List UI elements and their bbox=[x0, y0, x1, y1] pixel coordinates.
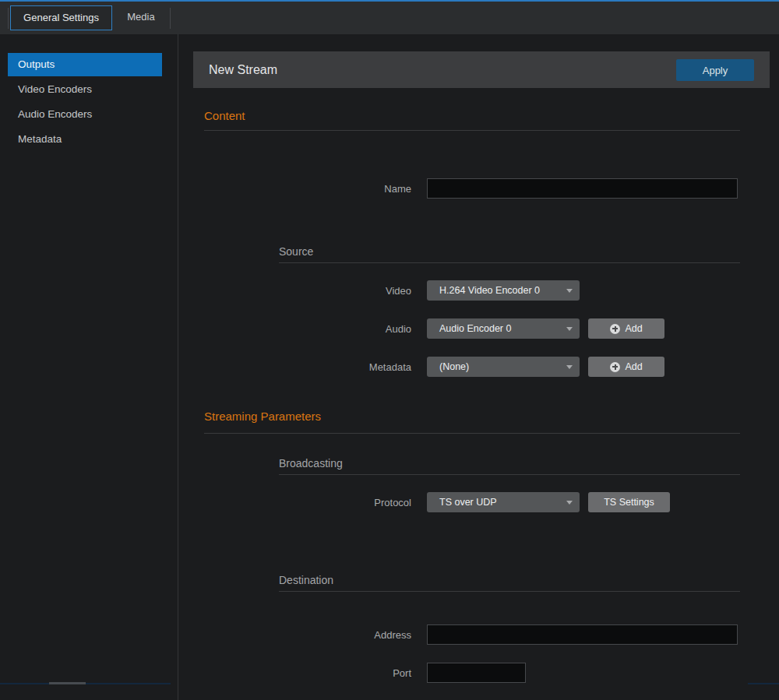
section-divider bbox=[204, 433, 740, 434]
main-tab-bar: General Settings Media bbox=[0, 2, 779, 34]
sidebar-divider bbox=[178, 34, 178, 700]
chevron-down-icon bbox=[566, 327, 573, 331]
add-metadata-button[interactable]: Add bbox=[588, 357, 664, 377]
tab-separator bbox=[8, 8, 9, 29]
protocol-dropdown[interactable]: TS over UDP bbox=[427, 492, 580, 512]
name-label: Name bbox=[310, 183, 411, 195]
section-heading-streaming-parameters: Streaming Parameters bbox=[204, 410, 321, 423]
sidebar-item-audio-encoders[interactable]: Audio Encoders bbox=[8, 102, 162, 127]
chevron-down-icon bbox=[566, 289, 573, 293]
ts-settings-label: TS Settings bbox=[604, 497, 654, 508]
metadata-source-value: (None) bbox=[439, 357, 469, 377]
ts-settings-button[interactable]: TS Settings bbox=[588, 492, 670, 512]
name-input[interactable] bbox=[427, 178, 738, 199]
audio-source-value: Audio Encoder 0 bbox=[439, 318, 511, 339]
subsection-divider bbox=[279, 474, 740, 475]
port-label: Port bbox=[310, 667, 411, 679]
plus-circle-icon bbox=[610, 324, 620, 334]
video-source-dropdown[interactable]: H.264 Video Encoder 0 bbox=[427, 280, 580, 301]
audio-source-dropdown[interactable]: Audio Encoder 0 bbox=[427, 318, 580, 339]
tab-media[interactable]: Media bbox=[117, 5, 165, 30]
page-title: New Stream bbox=[209, 51, 277, 88]
subsection-heading-source: Source bbox=[279, 245, 313, 258]
horizontal-scrollbar-thumb[interactable] bbox=[49, 682, 86, 684]
add-audio-button[interactable]: Add bbox=[588, 318, 664, 339]
apply-button[interactable]: Apply bbox=[676, 59, 754, 81]
sidebar-item-metadata[interactable]: Metadata bbox=[8, 127, 162, 152]
chevron-down-icon bbox=[566, 365, 573, 369]
plus-circle-icon bbox=[610, 362, 620, 372]
page-header: New Stream Apply bbox=[193, 51, 770, 88]
port-input[interactable] bbox=[427, 663, 526, 683]
audio-label: Audio bbox=[310, 323, 411, 335]
chevron-down-icon bbox=[566, 501, 573, 505]
add-metadata-label: Add bbox=[625, 361, 642, 372]
subsection-divider bbox=[279, 262, 740, 263]
add-audio-label: Add bbox=[625, 323, 642, 334]
address-input[interactable] bbox=[427, 624, 738, 645]
metadata-label: Metadata bbox=[310, 361, 411, 373]
subsection-divider bbox=[279, 591, 740, 592]
tab-separator bbox=[170, 8, 171, 29]
video-source-value: H.264 Video Encoder 0 bbox=[439, 280, 540, 301]
video-label: Video bbox=[310, 285, 411, 297]
tab-general-settings[interactable]: General Settings bbox=[10, 5, 112, 30]
sidebar-item-outputs[interactable]: Outputs bbox=[8, 53, 162, 76]
horizontal-scrollbar-track[interactable] bbox=[748, 683, 779, 684]
protocol-value: TS over UDP bbox=[439, 492, 497, 512]
section-heading-content: Content bbox=[204, 109, 245, 122]
subsection-heading-broadcasting: Broadcasting bbox=[279, 457, 343, 470]
metadata-source-dropdown[interactable]: (None) bbox=[427, 357, 580, 377]
subsection-heading-destination: Destination bbox=[279, 574, 333, 586]
section-divider bbox=[204, 130, 740, 131]
sidebar-item-video-encoders[interactable]: Video Encoders bbox=[8, 77, 162, 102]
protocol-label: Protocol bbox=[310, 497, 411, 508]
address-label: Address bbox=[310, 629, 411, 641]
